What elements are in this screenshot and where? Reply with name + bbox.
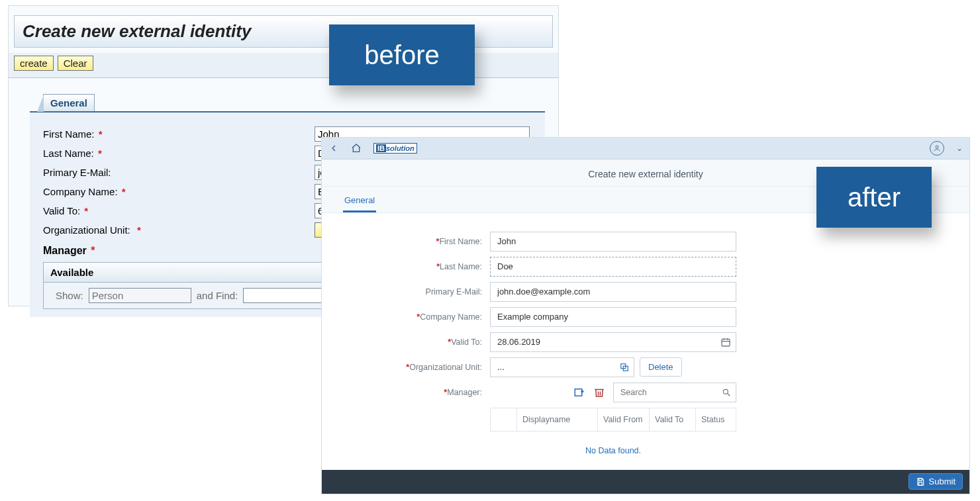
page-title: Create new external identity [23,21,251,41]
first-name-input-after[interactable] [490,232,736,251]
trash-icon[interactable] [593,387,605,398]
company-label-after: *Company Name: [322,312,490,322]
after-badge: after [816,167,932,228]
calendar-icon[interactable] [720,337,731,347]
brand-logo: IBsolution [373,143,417,154]
svg-rect-1 [722,339,730,346]
valid-to-label-before: Valid To: * [43,205,315,216]
org-unit-label-before: Organizational Unit: * [43,224,315,236]
col-valid-from: Valid From [598,408,650,431]
svg-rect-14 [918,478,922,481]
search-icon[interactable] [722,388,731,397]
back-icon[interactable] [328,143,339,154]
show-input[interactable] [89,288,191,303]
first-name-label: First Name: * [43,128,315,140]
add-manager-icon[interactable] [573,387,585,398]
company-label: Company Name: * [43,186,315,197]
company-input-after[interactable] [490,307,736,327]
clear-button[interactable]: Clear [58,56,93,71]
show-label: Show: [56,290,83,301]
no-data-text: No Data found. [490,432,736,470]
user-icon[interactable] [930,141,944,156]
save-icon [916,477,925,486]
last-name-label-after: *Last Name: [322,262,490,271]
manager-label-after: *Manager: [322,388,490,397]
org-unit-input-after[interactable] [490,357,634,377]
first-name-label-after: *First Name: [322,237,490,246]
svg-point-12 [723,389,728,394]
valid-to-input-after[interactable] [490,332,736,352]
manager-table-header: Displayname Valid From Valid To Status [490,408,736,432]
submit-label: Submit [929,477,956,486]
col-displayname: Displayname [517,408,598,431]
col-status: Status [696,408,736,431]
last-name-input-after[interactable] [490,257,736,277]
create-button[interactable]: create [14,56,54,71]
email-input-after[interactable] [490,282,736,302]
valid-to-label-after: *Valid To: [322,338,490,347]
footer-bar: Submit [322,470,969,494]
org-unit-label-after: *Organizational Unit: [322,363,490,372]
tab-general-before[interactable]: General [43,94,95,111]
last-name-label: Last Name: * [43,148,315,159]
shell-bar: IBsolution ⌄ [322,138,969,159]
delete-button[interactable]: Delete [640,357,682,377]
email-label: Primary E-Mail: [43,167,315,178]
before-badge: before [329,24,475,85]
svg-line-13 [728,393,730,396]
manager-search-input[interactable] [613,383,736,402]
value-help-icon[interactable] [620,363,629,372]
find-label: and Find: [197,290,238,301]
submit-button[interactable]: Submit [908,473,963,490]
tab-general-after[interactable]: General [343,189,376,212]
svg-rect-7 [575,388,582,396]
col-valid-to: Valid To [650,408,696,431]
svg-point-0 [936,146,938,148]
chevron-down-icon[interactable]: ⌄ [956,144,963,153]
svg-rect-15 [918,482,922,485]
email-label-after: Primary E-Mail: [322,287,490,296]
home-icon[interactable] [351,143,362,154]
